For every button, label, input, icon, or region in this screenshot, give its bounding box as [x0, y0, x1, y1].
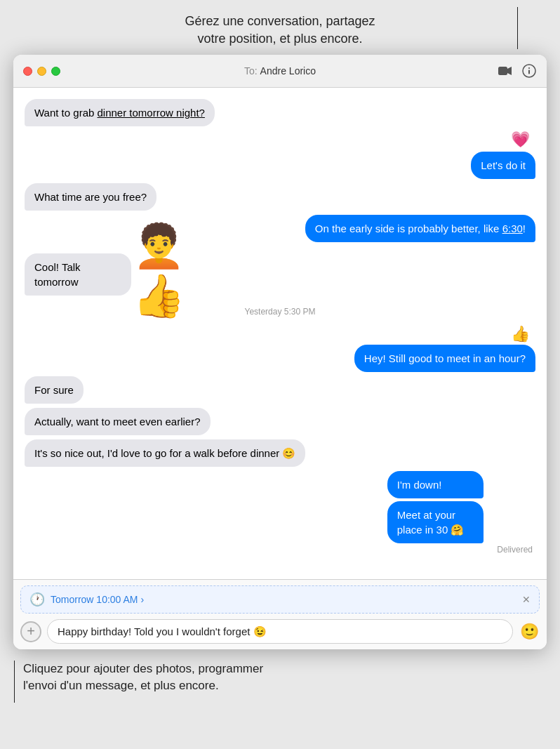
scheduled-banner[interactable]: 🕐 Tomorrow 10:00 AM › ✕	[20, 585, 540, 614]
message-row-5: Cool! Talk tomorrow 🧑‍🦱👍	[25, 246, 535, 296]
bubble-3: What time are you free?	[25, 183, 156, 211]
bubble-10: I'm down!	[387, 471, 484, 498]
message-row-8: Actually, want to meet even earlier?	[25, 408, 535, 435]
clock-icon: 🕐	[29, 592, 45, 607]
annotation-top-text: Gérez une conversation, partagezvotre po…	[185, 14, 375, 46]
message-row-3: What time are you free?	[25, 183, 535, 211]
chat-area: Want to grab dinner tomorrow night? 💗 Le…	[13, 88, 547, 579]
input-row: + 🙂	[20, 619, 540, 644]
message-row-7: For sure	[25, 376, 535, 404]
message-row-9: It's so nice out, I'd love to go for a w…	[25, 439, 535, 467]
bubble-8: Actually, want to meet even earlier?	[25, 408, 211, 435]
svg-rect-0	[498, 67, 507, 75]
messages-window: To: Andre Lorico Want t	[13, 55, 547, 649]
underline-time: 6:30	[502, 223, 523, 234]
plus-icon: +	[27, 623, 35, 639]
memoji-sticker: 🧑‍🦱👍	[134, 246, 183, 296]
traffic-lights	[23, 67, 60, 76]
message-row-1: Want to grab dinner tomorrow night?	[25, 99, 535, 126]
thumbs-reaction: 👍	[511, 325, 535, 343]
scheduled-time: Tomorrow 10:00 AM ›	[51, 594, 514, 605]
annotation-bottom-text: Cliquez pour ajouter des photos, program…	[23, 661, 263, 694]
close-button[interactable]	[23, 67, 32, 76]
bubble-1: Want to grab dinner tomorrow night?	[25, 99, 215, 126]
details-button[interactable]	[521, 63, 537, 79]
fullscreen-button[interactable]	[51, 67, 60, 76]
emoji-picker-button[interactable]: 🙂	[519, 621, 540, 642]
svg-rect-3	[528, 70, 530, 74]
underline-dinner: dinner tomorrow night?	[98, 107, 205, 119]
facetime-video-button[interactable]	[498, 63, 513, 79]
annotation-line	[14, 661, 15, 703]
message-row-2: 💗 Let's do it	[25, 131, 535, 179]
title-area: To: Andre Lorico	[244, 65, 316, 77]
timestamp-yesterday: Yesterday 5:30 PM	[25, 307, 535, 317]
bubble-stack-right: I'm down! Meet at your place in 30 🤗	[387, 471, 535, 543]
heart-reaction: 💗	[511, 131, 535, 149]
input-area: 🕐 Tomorrow 10:00 AM › ✕ + 🙂	[13, 579, 547, 649]
message-input[interactable]	[47, 619, 513, 644]
bubble-2: Let's do it	[471, 152, 535, 179]
bubble-11: Meet at your place in 30 🤗	[387, 501, 484, 543]
bubble-4: On the early side is probably better, li…	[305, 215, 535, 242]
memoji-row: Cool! Talk tomorrow 🧑‍🦱👍	[25, 246, 189, 296]
emoji-icon: 🙂	[520, 623, 539, 641]
titlebar-icons	[498, 63, 537, 79]
message-row-6: 👍 Hey! Still good to meet in an hour?	[25, 325, 535, 372]
titlebar: To: Andre Lorico	[13, 55, 547, 88]
message-row-4: On the early side is probably better, li…	[25, 215, 535, 242]
delivered-status: Delivered	[497, 545, 535, 555]
message-row-10-11: I'm down! Meet at your place in 30 🤗 Del…	[25, 471, 535, 555]
add-content-button[interactable]: +	[20, 621, 41, 642]
bubble-6: Hey! Still good to meet in an hour?	[354, 345, 535, 372]
to-label: To:	[244, 65, 260, 77]
minimize-button[interactable]	[37, 67, 46, 76]
svg-marker-1	[507, 67, 512, 75]
contact-name: Andre Lorico	[260, 65, 316, 77]
bubble-9: It's so nice out, I'd love to go for a w…	[25, 439, 305, 467]
annotation-top: Gérez une conversation, partagezvotre po…	[0, 0, 560, 55]
chevron-right-icon: ›	[140, 594, 144, 605]
bubble-5: Cool! Talk tomorrow	[25, 253, 131, 296]
annotation-bottom: Cliquez pour ajouter des photos, program…	[0, 649, 560, 710]
bubble-7: For sure	[25, 376, 84, 404]
close-scheduled-button[interactable]: ✕	[522, 594, 531, 605]
svg-point-4	[528, 67, 530, 69]
